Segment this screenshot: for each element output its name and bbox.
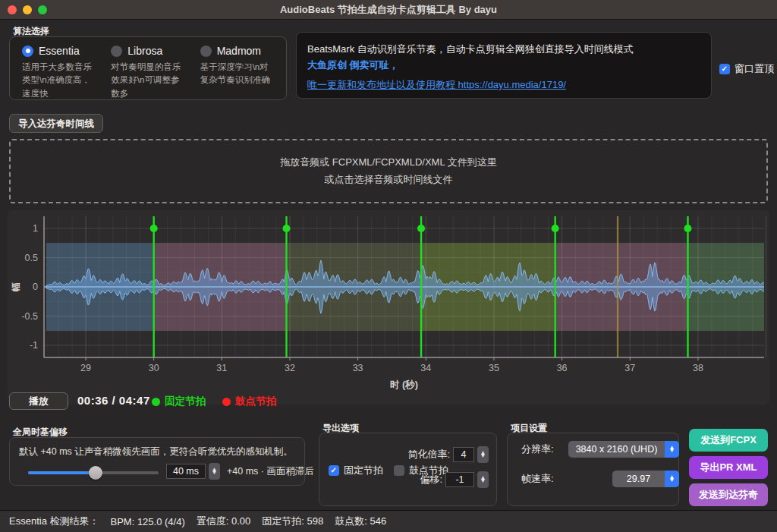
svg-text:34: 34 <box>420 363 431 373</box>
simplify-ratio-field[interactable]: 4 <box>453 447 474 462</box>
beat-legend: 固定节拍 鼓点节拍 <box>152 395 276 408</box>
algo-desc: 基于深度学习\n对复杂节奏识别准确 <box>200 61 275 87</box>
algo-option-madmom: Madmom 基于深度学习\n对复杂节奏识别准确 <box>200 45 275 93</box>
simplify-ratio-control: 简化倍率: 4 ▲▼ <box>407 446 489 463</box>
algo-desc: 对节奏明显的音乐效果好\n可调整参数多 <box>111 61 186 100</box>
window-title: AudioBeats 节拍生成自动卡点剪辑工具 By dayu <box>280 3 497 17</box>
checkbox-icon[interactable] <box>394 465 404 476</box>
svg-text:-1: -1 <box>30 340 38 351</box>
info-line2: 大鱼原创 倒卖可耻， <box>307 58 700 72</box>
legend-drum-beats: 鼓点节拍 <box>222 395 276 408</box>
svg-text:32: 32 <box>285 363 295 373</box>
radio-label: Librosa <box>127 45 162 57</box>
radio-librosa[interactable]: Librosa <box>111 45 186 57</box>
svg-text:1: 1 <box>33 223 38 234</box>
export-offset-control: 偏移: -1 ▲▼ <box>420 471 489 488</box>
always-on-top-label: 窗口置顶 <box>735 62 774 76</box>
radio-essentia[interactable]: Essentia <box>22 45 97 57</box>
framerate-value: 29.97 <box>612 474 665 484</box>
import-davinci-timeline-button[interactable]: 导入达芬奇时间线 <box>9 114 103 133</box>
zoom-icon[interactable] <box>38 5 47 14</box>
algorithm-panel: Essentia 适用于大多数音乐类型\n准确度高，速度快 Librosa 对节… <box>9 36 287 100</box>
algo-option-librosa: Librosa 对节奏明显的音乐效果好\n可调整参数多 <box>111 45 186 93</box>
svg-text:0.5: 0.5 <box>25 253 38 263</box>
legend-label: 固定节拍 <box>165 395 206 408</box>
dropdown-chevrons-icon: ▲▼ <box>665 471 679 487</box>
offset-hint: +40 ms · 画面稍滞后 <box>227 465 314 478</box>
slider-thumb[interactable] <box>89 466 102 480</box>
always-on-top-checkbox[interactable]: 窗口置顶 <box>719 62 774 76</box>
svg-text:37: 37 <box>624 363 635 373</box>
resolution-row: 分辨率: 3840 x 2160 (UHD) ▲▼ <box>521 442 554 456</box>
info-panel: BeatsMark 自动识别音乐节奏，自动卡点剪辑全网独创直接导入时间线模式 大… <box>296 32 712 99</box>
export-pr-xml-button[interactable]: 导出PR XML <box>689 456 768 479</box>
send-to-fcpx-button[interactable]: 发送到FCPX <box>689 429 768 452</box>
stepper-down-icon[interactable]: ▼ <box>480 455 486 458</box>
resolution-label: 分辨率: <box>521 442 554 456</box>
svg-text:36: 36 <box>557 363 568 373</box>
minimize-icon[interactable] <box>23 5 32 14</box>
green-dot-icon <box>152 398 160 406</box>
info-link[interactable]: 唯一更新和发布地址以及使用教程 https://dayu.media/1719/ <box>307 78 566 92</box>
svg-text:-0.5: -0.5 <box>21 311 38 322</box>
checkbox-icon[interactable] <box>329 465 339 476</box>
dropzone-line1: 拖放音频或 FCPXML/FCPXMLD/XML 文件到这里 <box>280 156 497 169</box>
export-panel: 固定节拍 鼓点节拍 简化倍率: 4 ▲▼ 偏移: -1 ▲▼ <box>319 433 497 506</box>
algo-option-essentia: Essentia 适用于大多数音乐类型\n准确度高，速度快 <box>22 45 97 93</box>
play-button[interactable]: 播放 <box>9 392 68 410</box>
svg-text:29: 29 <box>80 363 91 373</box>
offset-description: 默认 +40 ms 让声音稍微领先画面，更符合听觉优先的感知机制。 <box>19 445 295 458</box>
simplify-ratio-label: 简化倍率: <box>407 448 450 461</box>
playback-row: 播放 00:36 / 04:47 固定节拍 鼓点节拍 <box>0 392 777 411</box>
radio-icon[interactable] <box>22 46 33 57</box>
resolution-value: 3840 x 2160 (UHD) <box>568 444 665 455</box>
stepper-down-icon[interactable]: ▼ <box>212 471 218 474</box>
waveform-chart[interactable]: 2930313233343536373810.50-0.5-1时 (秒)幅 <box>8 210 769 405</box>
status-bar: Essentia 检测结果： BPM: 125.0 (4/4) 置信度: 0.0… <box>0 510 777 532</box>
framerate-label: 帧速率: <box>521 472 554 486</box>
status-drum-count: 鼓点数: 546 <box>335 515 386 528</box>
stepper-down-icon[interactable]: ▼ <box>480 480 486 483</box>
offset-controls: 40 ms ▲▼ +40 ms · 画面稍滞后 <box>19 464 297 482</box>
close-icon[interactable] <box>8 5 17 14</box>
svg-text:31: 31 <box>216 363 227 373</box>
export-offset-stepper[interactable]: ▲▼ <box>477 471 489 488</box>
traffic-lights <box>8 0 47 20</box>
dropzone-line2: 或点击选择音频或时间线文件 <box>325 173 453 187</box>
legend-label: 鼓点节拍 <box>235 395 276 408</box>
offset-value-field[interactable]: 40 ms <box>166 464 206 479</box>
red-dot-icon <box>222 398 231 406</box>
checkbox-icon[interactable] <box>719 64 730 74</box>
offset-value-stepper[interactable]: ▲▼ <box>209 463 220 480</box>
offset-slider[interactable] <box>28 471 159 474</box>
resolution-dropdown[interactable]: 3840 x 2160 (UHD) ▲▼ <box>568 441 679 458</box>
title-bar: AudioBeats 节拍生成自动卡点剪辑工具 By dayu <box>0 0 777 20</box>
radio-icon[interactable] <box>111 46 122 57</box>
svg-text:33: 33 <box>353 363 363 373</box>
algo-desc: 适用于大多数音乐类型\n准确度高，速度快 <box>22 61 97 100</box>
time-display: 00:36 / 04:47 <box>77 394 150 407</box>
status-bpm: BPM: 125.0 (4/4) <box>110 516 184 527</box>
radio-icon[interactable] <box>200 46 212 57</box>
send-to-davinci-button[interactable]: 发送到达芬奇 <box>689 483 768 506</box>
framerate-row: 帧速率: 29.97 ▲▼ <box>521 472 554 486</box>
svg-text:35: 35 <box>489 363 499 373</box>
project-panel: 分辨率: 3840 x 2160 (UHD) ▲▼ 帧速率: 29.97 ▲▼ <box>507 433 679 506</box>
svg-text:时 (秒): 时 (秒) <box>390 379 418 390</box>
svg-text:30: 30 <box>149 363 159 373</box>
status-confidence: 置信度: 0.00 <box>197 515 251 528</box>
radio-label: Essentia <box>39 45 80 57</box>
waveform-svg: 2930313233343536373810.50-0.5-1时 (秒)幅 <box>8 210 769 405</box>
offset-panel: 默认 +40 ms 让声音稍微领先画面，更符合听觉优先的感知机制。 40 ms … <box>9 437 305 486</box>
framerate-dropdown[interactable]: 29.97 ▲▼ <box>612 471 679 487</box>
export-offset-field[interactable]: -1 <box>445 472 474 487</box>
slider-fill <box>28 471 96 474</box>
fixed-beats-checkbox-label: 固定节拍 <box>344 464 383 477</box>
legend-fixed-beats: 固定节拍 <box>152 395 206 408</box>
simplify-ratio-stepper[interactable]: ▲▼ <box>477 446 489 463</box>
radio-madmom[interactable]: Madmom <box>200 45 275 57</box>
export-offset-label: 偏移: <box>420 473 442 486</box>
file-dropzone[interactable]: 拖放音频或 FCPXML/FCPXMLD/XML 文件到这里 或点击选择音频或时… <box>9 139 768 203</box>
svg-text:0: 0 <box>33 282 38 292</box>
info-line1: BeatsMark 自动识别音乐节奏，自动卡点剪辑全网独创直接导入时间线模式 <box>307 42 700 56</box>
